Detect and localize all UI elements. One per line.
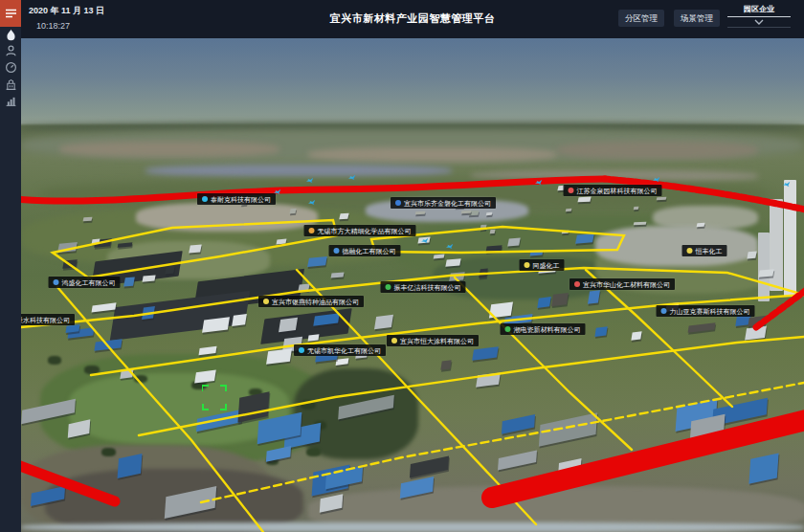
enterprise-dropdown-label: 园区企业: [727, 4, 791, 14]
company-label[interactable]: 泰耐克科技有限公司: [197, 193, 276, 205]
company-label[interactable]: 南山国联水科技有限公司: [21, 314, 75, 325]
scene-manage-button[interactable]: 场景管理: [674, 10, 720, 27]
company-logo-icon: [54, 279, 59, 285]
company-logo-icon: [505, 326, 511, 332]
dropdown-divider: [727, 16, 791, 17]
company-logo-icon: [263, 299, 269, 304]
company-label-text: 恒丰化工: [696, 248, 723, 255]
company-label[interactable]: 无锡市方大精细化学品有限公司: [304, 225, 416, 236]
company-label-text: 振丰亿洁科技有限公司: [394, 284, 461, 291]
company-label-text: 鸿盛化工有限公司: [62, 279, 116, 286]
company-label-text: 南山国联水科技有限公司: [21, 317, 70, 323]
company-logo-icon: [687, 248, 693, 254]
company-label-text: 无锡市凯华化工有限公司: [307, 347, 381, 354]
company-label-text: 宜兴市乐齐金磐化工有限公司: [404, 200, 491, 207]
company-label-text: 泰耐克科技有限公司: [211, 196, 271, 203]
company-logo-icon: [395, 200, 401, 206]
company-label[interactable]: 鸿盛化工有限公司: [49, 277, 121, 288]
company-label-text: 无锡市方大精细化学品有限公司: [318, 228, 412, 234]
company-logo-icon: [574, 281, 580, 287]
hamburger-icon: [5, 9, 17, 18]
company-label-text: 同盛化工: [533, 262, 560, 269]
factory-icon: [5, 78, 17, 91]
company-label-text: 江苏金泉园林科技有限公司: [577, 188, 658, 194]
company-label-text: 宜兴市恒大涂料有限公司: [400, 338, 474, 344]
company-label[interactable]: 同盛化工: [520, 259, 565, 271]
company-label-text: 潮电瓷新材料有限公司: [514, 326, 581, 333]
company-label[interactable]: 宜兴市银燕特种油品有限公司: [258, 296, 364, 307]
company-label[interactable]: 潮电瓷新材料有限公司: [501, 323, 586, 335]
company-logo-icon: [309, 228, 315, 233]
main-menu-button[interactable]: [0, 0, 21, 27]
flame-icon: [5, 28, 17, 42]
company-label[interactable]: 振丰亿洁科技有限公司: [381, 281, 466, 293]
left-toolbar: [0, 0, 21, 532]
company-logo-icon: [334, 248, 340, 254]
company-label[interactable]: 无锡市凯华化工有限公司: [294, 344, 386, 356]
company-label[interactable]: 宜兴市乐齐金磐化工有限公司: [391, 197, 496, 209]
dropdown-border: [727, 27, 791, 28]
company-label[interactable]: 江苏金泉园林科技有限公司: [564, 185, 662, 196]
company-label[interactable]: 宜兴市恒大涂料有限公司: [387, 335, 479, 346]
company-label-text: 力山亚克赛斯科技有限公司: [670, 308, 750, 315]
company-label-text: 德融化工有限公司: [343, 248, 396, 255]
bar-chart-icon: [5, 95, 17, 107]
person-icon: [5, 44, 17, 57]
company-logo-icon: [661, 308, 667, 314]
chevron-down-icon: [754, 19, 764, 25]
company-logo-icon: [569, 188, 574, 193]
app-window: 2020 年 11 月 13 日 10:18:27 宜兴市新材料产业园智慧管理平…: [0, 0, 804, 532]
company-label[interactable]: 力山亚克赛斯科技有限公司: [657, 305, 755, 317]
gauge-icon: [5, 61, 17, 74]
company-logo-icon: [299, 347, 304, 353]
realtime-monitor-button[interactable]: [0, 57, 21, 77]
company-label-text: 宜兴市银燕特种油品有限公司: [272, 299, 359, 305]
company-logo-icon: [525, 262, 530, 268]
company-logo-icon: [391, 338, 397, 344]
selection-brackets: [202, 385, 227, 410]
zone-manage-button[interactable]: 分区管理: [618, 10, 664, 27]
map-3d-viewport[interactable]: 泰耐克科技有限公司宜兴市乐齐金磐化工有限公司无锡市方大精细化学品有限公司德融化工…: [21, 38, 804, 532]
company-label[interactable]: 恒丰化工: [682, 245, 727, 256]
company-logo-icon: [386, 284, 391, 290]
top-header-bar: 2020 年 11 月 13 日 10:18:27 宜兴市新材料产业园智慧管理平…: [21, 0, 804, 38]
company-logo-icon: [202, 196, 208, 202]
yellow-boundary-lines: [21, 220, 804, 532]
company-label[interactable]: 宜兴市华山化工材料有限公司: [570, 278, 675, 290]
company-label-text: 宜兴市华山化工材料有限公司: [583, 281, 670, 288]
company-label[interactable]: 德融化工有限公司: [329, 245, 401, 256]
statistics-button[interactable]: [0, 91, 21, 110]
enterprise-dropdown[interactable]: 园区企业: [727, 4, 791, 33]
